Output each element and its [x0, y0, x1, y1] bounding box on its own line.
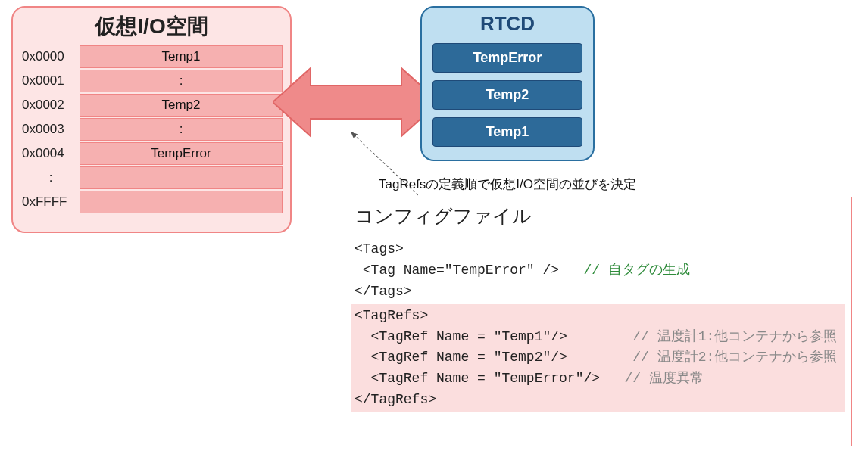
config-file-panel: コンフィグファイル <Tags> <Tag Name="TempError" /… — [345, 197, 852, 446]
address-label: 0xFFFF — [20, 191, 80, 213]
rtcd-panel: RTCD TempError Temp2 Temp1 — [420, 6, 595, 161]
code-text: </Tags> — [354, 284, 412, 299]
rtcd-item: Temp2 — [432, 80, 582, 110]
code-line: <TagRef Name = "TempError"/> // 温度異常 — [354, 368, 842, 390]
code-text: <Tag Name="TempError" /> — [354, 263, 559, 278]
address-cell — [80, 166, 283, 189]
table-row: : — [20, 166, 283, 189]
address-cell: : — [80, 118, 283, 141]
code-line: </TagRefs> — [354, 390, 842, 411]
virtual-io-panel: 仮想I/O空間 0x0000 Temp1 0x0001 : 0x0002 Tem… — [11, 6, 292, 233]
config-file-title: コンフィグファイル — [354, 204, 842, 228]
code-comment: // 温度異常 — [600, 371, 704, 386]
table-row: 0x0003 : — [20, 118, 283, 141]
address-cell: Temp1 — [80, 45, 283, 68]
table-row: 0x0000 Temp1 — [20, 45, 283, 68]
address-label: 0x0003 — [20, 118, 80, 141]
table-row: 0x0002 Temp2 — [20, 94, 283, 117]
code-line: <TagRef Name = "Temp1"/> // 温度計1:他コンテナから… — [354, 327, 842, 348]
code-text: </TagRefs> — [354, 392, 436, 407]
code-text: <Tags> — [354, 241, 404, 256]
code-text: <TagRef Name = "TempError"/> — [354, 371, 600, 386]
virtual-io-table: 0x0000 Temp1 0x0001 : 0x0002 Temp2 0x000… — [20, 45, 283, 213]
code-text: <TagRef Name = "Temp2"/> — [354, 350, 567, 365]
code-comment: // 温度計1:他コンテナから参照 — [567, 329, 837, 344]
rtcd-item: TempError — [432, 43, 582, 73]
code-line: <TagRef Name = "Temp2"/> // 温度計2:他コンテナから… — [354, 347, 842, 368]
table-row: 0x0001 : — [20, 70, 283, 92]
code-comment: // 自タグの生成 — [559, 263, 690, 278]
rtcd-item: Temp1 — [432, 117, 582, 147]
address-label: 0x0002 — [20, 94, 80, 117]
virtual-io-title: 仮想I/O空間 — [20, 12, 283, 41]
address-cell: TempError — [80, 142, 283, 165]
code-line: <Tag Name="TempError" /> // 自タグの生成 — [354, 260, 842, 281]
address-cell: Temp2 — [80, 94, 283, 117]
address-label: 0x0000 — [20, 45, 80, 68]
code-comment: // 温度計2:他コンテナから参照 — [567, 350, 837, 365]
code-line: <Tags> — [354, 239, 842, 260]
address-cell — [80, 191, 283, 213]
address-label: 0x0001 — [20, 70, 80, 92]
order-caption: TagRefsの定義順で仮想I/O空間の並びを決定 — [379, 176, 636, 193]
code-text: <TagRefs> — [354, 308, 428, 323]
code-line: <TagRefs> — [354, 306, 842, 327]
table-row: 0x0004 TempError — [20, 142, 283, 165]
code-line: </Tags> — [354, 281, 842, 303]
address-label: 0x0004 — [20, 142, 80, 165]
rtcd-title: RTCD — [432, 12, 582, 36]
table-row: 0xFFFF — [20, 191, 283, 213]
address-label: : — [20, 166, 80, 189]
tagrefs-highlight-block: <TagRefs> <TagRef Name = "Temp1"/> // 温度… — [351, 304, 845, 412]
config-file-body: <Tags> <Tag Name="TempError" /> // 自タグの生… — [354, 239, 842, 412]
code-text: <TagRef Name = "Temp1"/> — [354, 329, 567, 344]
svg-marker-0 — [273, 68, 439, 136]
address-cell: : — [80, 70, 283, 92]
